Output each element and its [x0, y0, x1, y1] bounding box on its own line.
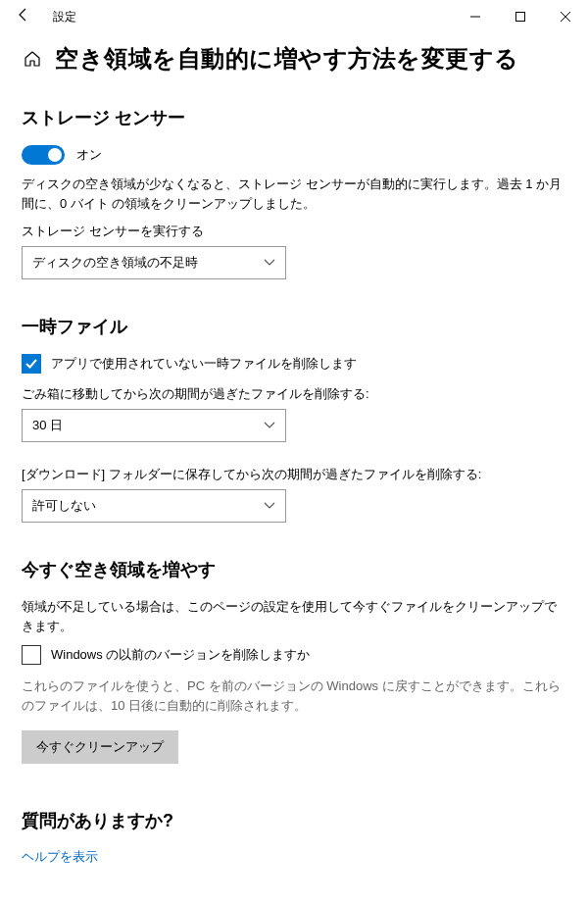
free-now-description: 領域が不足している場合は、このページの設定を使用して今すぐファイルをクリーンアッ… [22, 597, 566, 635]
run-sense-select[interactable]: ディスクの空き領域の不足時 [22, 246, 286, 279]
delete-temp-checkbox[interactable] [22, 354, 41, 374]
storage-sense-heading: ストレージ センサー [22, 106, 566, 129]
prev-versions-description: これらのファイルを使うと、PC を前のバージョンの Windows に戻すことが… [22, 676, 566, 715]
content-area: 空き領域を自動的に増やす方法を変更する ストレージ センサー オン ディスクの空… [0, 33, 588, 885]
prev-versions-row: Windows の以前のバージョンを削除しますか [22, 645, 566, 665]
minimize-button[interactable] [453, 0, 498, 33]
recycle-value: 30 日 [32, 417, 63, 434]
temp-files-heading: 一時ファイル [22, 315, 566, 338]
recycle-select[interactable]: 30 日 [22, 409, 286, 442]
prev-versions-checkbox[interactable] [22, 645, 41, 665]
prev-versions-label: Windows の以前のバージョンを削除しますか [51, 646, 310, 664]
page-title: 空き領域を自動的に増やす方法を変更する [55, 43, 519, 75]
home-icon[interactable] [22, 48, 43, 70]
help-link[interactable]: ヘルプを表示 [22, 848, 566, 866]
chevron-down-icon [264, 500, 275, 512]
svg-rect-1 [516, 13, 525, 22]
run-sense-value: ディスクの空き領域の不足時 [32, 254, 198, 272]
storage-sense-toggle[interactable] [22, 145, 65, 165]
storage-sense-toggle-row: オン [22, 145, 566, 165]
faq-heading: 質問がありますか? [22, 809, 566, 832]
downloads-label: [ダウンロード] フォルダーに保存してから次の期間が過ぎたファイルを削除する: [22, 466, 566, 483]
titlebar: 設定 [0, 0, 588, 33]
storage-sense-description: ディスクの空き領域が少なくなると、ストレージ センサーが自動的に実行します。過去… [22, 175, 566, 213]
toggle-knob [48, 148, 62, 162]
clean-now-button[interactable]: 今すぐクリーンアップ [22, 730, 178, 764]
close-button[interactable] [543, 0, 588, 33]
maximize-button[interactable] [498, 0, 543, 33]
delete-temp-row: アプリで使用されていない一時ファイルを削除します [22, 354, 566, 374]
chevron-down-icon [264, 257, 275, 269]
window-controls [453, 0, 588, 33]
back-button[interactable] [10, 7, 37, 26]
free-now-heading: 今すぐ空き領域を増やす [22, 558, 566, 581]
downloads-value: 許可しない [32, 497, 96, 515]
run-sense-label: ストレージ センサーを実行する [22, 223, 566, 240]
delete-temp-label: アプリで使用されていない一時ファイルを削除します [51, 355, 357, 373]
chevron-down-icon [264, 420, 275, 431]
storage-sense-toggle-label: オン [76, 146, 102, 164]
downloads-select[interactable]: 許可しない [22, 489, 286, 523]
page-header: 空き領域を自動的に増やす方法を変更する [22, 43, 566, 75]
recycle-label: ごみ箱に移動してから次の期間が過ぎたファイルを削除する: [22, 385, 566, 403]
window-title: 設定 [53, 9, 76, 25]
